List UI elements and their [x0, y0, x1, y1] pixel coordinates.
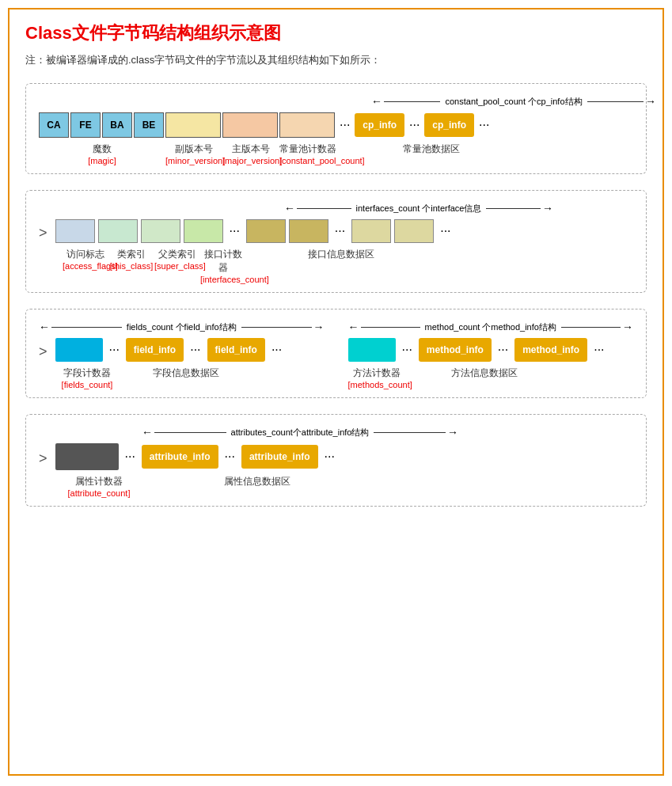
label-fields-count: 字段计数器 [fields_count]: [59, 366, 115, 389]
magic-byte-CA: CA: [39, 112, 69, 138]
attr-info-2: attribute_info: [241, 445, 318, 469]
methods-row: ··· method_info ··· method_info ···: [348, 338, 634, 362]
label-minor: 副版本号 [minor_version]: [165, 142, 222, 165]
method-count-box: [348, 338, 396, 362]
iface-info-3: [351, 219, 391, 243]
fields-arrow-label: fields_count 个field_info结构: [122, 321, 241, 333]
class-box: [98, 219, 138, 243]
attr-arrow-label: attributes_count个attribute_info结构: [226, 427, 374, 439]
attr-count-box: [55, 443, 119, 470]
ellipsis-5: ···: [332, 224, 348, 238]
fields-row: > ··· field_info ··· field_info ···: [39, 338, 325, 362]
magic-byte-FE: FE: [70, 112, 101, 138]
cont-arrow-3: >: [39, 344, 47, 360]
cont-arrow-4: >: [39, 450, 47, 467]
attr-info-1: attribute_info: [142, 445, 218, 469]
magic-byte-BE: BE: [134, 112, 164, 138]
label-methods-area: 方法信息数据区: [405, 366, 564, 380]
iface-arrow-label: interfaces_count 个interface信息: [351, 203, 487, 215]
cp-info-box-2: cp_info: [424, 113, 474, 137]
ellipsis-3: ···: [476, 118, 492, 132]
ellipsis-6: ···: [437, 224, 454, 238]
label-attr-area: 属性信息数据区: [139, 475, 376, 488]
super-box: [141, 219, 180, 243]
section2: ← interfaces_count 个interface信息 → > ··· …: [25, 190, 647, 293]
label-access: 访问标志 [access_flags]: [63, 248, 108, 271]
major-version-box: [222, 112, 278, 138]
byte-row-2: > ··· ··· ···: [39, 219, 633, 243]
ellipsis-2: ···: [406, 118, 423, 132]
label-major: 主版本号 [major_version]: [222, 142, 279, 165]
label-methods-count: 方法计数器 [methods_count]: [348, 366, 405, 389]
magic-byte-BA: BA: [102, 112, 132, 138]
label-iface-area: 接口信息数据区: [246, 248, 436, 261]
field-count-box: [55, 338, 103, 362]
method-info-2: method_info: [514, 338, 587, 362]
label-pool-area: 常量池数据区: [336, 142, 526, 156]
cont-arrow-2: >: [39, 225, 47, 241]
label-magic: 魔数 [magic]: [39, 142, 165, 165]
ellipsis-4: ···: [226, 224, 243, 238]
label-fields-area: 字段信息数据区: [115, 366, 257, 380]
label-iface-count: 接口计数器 [interfaces_count]: [200, 248, 246, 284]
attributes-row: > ··· attribute_info ··· attribute_info …: [39, 443, 633, 470]
section1: ← constant_pool_count 个cp_info结构 → CA FE…: [25, 83, 647, 174]
pool-count-box: [279, 112, 335, 138]
main-container: Class文件字节码结构组织示意图 注：被编译器编译成的.class字节码文件的…: [8, 8, 664, 776]
cp-info-box-1: cp_info: [355, 113, 404, 137]
section3: ← fields_count 个field_info结构 → > ··· fie…: [25, 309, 647, 398]
label-attr-count: 属性计数器 [attribute_count]: [59, 475, 139, 498]
byte-row-1: CA FE BA BE ··· cp_info ··· cp_info ···: [39, 112, 633, 138]
ellipsis-1: ···: [336, 118, 353, 132]
label-pool-count: 常量池计数器 [constant_pool_count]: [279, 142, 336, 165]
field-info-1: field_info: [126, 338, 184, 362]
section4: ← attributes_count个attribute_info结构 → > …: [25, 414, 647, 507]
cp-arrow-label: constant_pool_count 个cp_info结构: [440, 96, 587, 108]
page-title: Class文件字节码结构组织示意图: [25, 21, 647, 45]
iface-info-4: [394, 219, 434, 243]
iface-count-box: [184, 219, 223, 243]
label-this-class: 类索引 [this_class]: [108, 248, 154, 271]
iface-info-2: [289, 219, 328, 243]
access-box: [55, 219, 95, 243]
method-info-1: method_info: [419, 338, 492, 362]
methods-arrow-label: method_count 个method_info结构: [420, 321, 561, 333]
iface-info-1: [246, 219, 286, 243]
field-info-2: field_info: [207, 338, 265, 362]
minor-version-box: [165, 112, 221, 138]
note-text: 注：被编译器编译成的.class字节码文件的字节流以及其组织结构如下如所示：: [25, 53, 647, 67]
label-super-class: 父类索引 [super_class]: [154, 248, 200, 271]
